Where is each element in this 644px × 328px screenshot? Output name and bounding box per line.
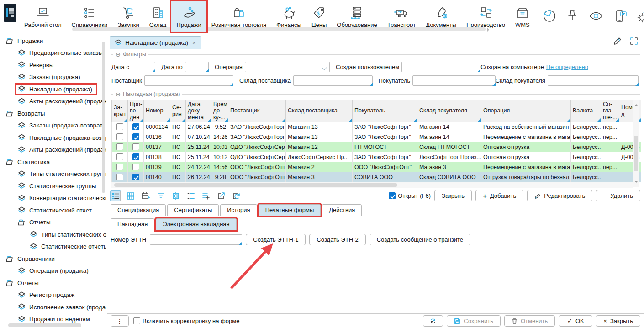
- cell-agreement[interactable]: [601, 152, 619, 162]
- posted-checkbox[interactable]: [132, 143, 139, 150]
- open-external-icon[interactable]: [216, 191, 226, 201]
- tree-item-12[interactable]: Статистические группы: [0, 180, 106, 192]
- tree-item-3[interactable]: Заказы (продажа): [0, 71, 106, 84]
- phone-message-icon[interactable]: [613, 9, 628, 23]
- col-currency[interactable]: Валюта: [571, 100, 601, 122]
- tree-item-7[interactable]: Заказы (продажа-возврат): [0, 120, 106, 132]
- cell-buyer_wh[interactable]: Магазин 3: [417, 162, 481, 172]
- nav-scrollbar[interactable]: [72, 27, 486, 31]
- tree-item-8[interactable]: Накладные (продажа-возврат): [0, 132, 106, 144]
- numbered-list-icon[interactable]: [186, 191, 196, 201]
- more-menu-button[interactable]: ⋮: [111, 315, 129, 327]
- cell-operation[interactable]: Перемещение с магазина в мага...: [481, 162, 571, 172]
- cell-buyer[interactable]: СОВИТА ООО: [353, 172, 417, 182]
- cell-supplier[interactable]: ЗАО "ЛюксСофтТорг": [228, 122, 286, 132]
- cell-date[interactable]: 27.06.24: [186, 122, 211, 132]
- refresh-button[interactable]: [423, 315, 443, 327]
- open-checkbox[interactable]: [389, 192, 396, 199]
- cell-buyer_wh[interactable]: Магазин 14: [417, 132, 481, 142]
- tree-folder-20[interactable]: Отчеты: [0, 277, 106, 289]
- delete-button[interactable]: −Удалить: [596, 190, 640, 201]
- cell-buyer_wh[interactable]: Магазин 14: [417, 122, 481, 132]
- created-by-input[interactable]: [401, 62, 480, 72]
- tree-folder-18[interactable]: Справочники: [0, 253, 106, 265]
- cell-time[interactable]: 14:56: [211, 162, 228, 172]
- edit-button[interactable]: Редактировать: [527, 190, 592, 201]
- tab-print-forms[interactable]: Печатные формы: [259, 204, 321, 216]
- cell-operation[interactable]: Расход на собственный магазин: [481, 122, 571, 132]
- cell-series[interactable]: ПС: [170, 172, 186, 182]
- tree-folder-10[interactable]: Статистика: [0, 156, 106, 168]
- add-button[interactable]: +Добавить: [475, 190, 523, 201]
- cell-supplier[interactable]: ООО "ЛюксСофтОпт": [228, 162, 286, 172]
- col-closed[interactable]: За- крыт: [112, 100, 128, 122]
- cell-operation[interactable]: Оптовая отгрузка: [481, 152, 571, 162]
- tree-item-1[interactable]: Предварительные заказы: [0, 47, 106, 59]
- cell-buyer[interactable]: ЗАО "ЛюксСофтТорг": [353, 122, 417, 132]
- closed-checkbox[interactable]: [116, 164, 123, 170]
- cell-operation[interactable]: Перемещение с магазина в мага...: [481, 132, 571, 142]
- cell-number[interactable]: 00137: [144, 142, 170, 152]
- grid-view-icon[interactable]: [126, 191, 136, 201]
- create-transit-message-button[interactable]: Создать сообщение о транзите: [370, 234, 470, 245]
- tab-close-icon[interactable]: ×: [192, 39, 196, 46]
- posted-checkbox[interactable]: [132, 123, 139, 130]
- eye-icon[interactable]: [588, 9, 604, 23]
- tab-history[interactable]: История: [220, 204, 257, 216]
- cell-time[interactable]: 10:12: [211, 152, 228, 162]
- cell-supplier_wh[interactable]: Магазин 12: [286, 142, 353, 152]
- cell-supplier[interactable]: ОДО "ЛюксСофтСерв...: [228, 152, 286, 162]
- cancel-button[interactable]: Отменить: [504, 315, 555, 327]
- closed-checkbox[interactable]: [116, 174, 123, 180]
- cell-operation[interactable]: Отгрузка товара/тары по безнал...: [481, 172, 571, 182]
- col-buyer-warehouse[interactable]: Склад покупателя: [417, 100, 481, 122]
- cell-buyer[interactable]: ЗАО "ЛюксСофтТорг": [353, 152, 417, 162]
- table-row[interactable]: 00140ПС26.12.249:28ООО "ЛюксСофтОпт"Мага…: [112, 172, 641, 182]
- pin-icon[interactable]: [565, 9, 579, 23]
- posted-checkbox[interactable]: [132, 164, 139, 170]
- cell-agreement[interactable]: [601, 172, 619, 182]
- date-from-input[interactable]: [132, 62, 155, 72]
- cell-supplier[interactable]: ООО "ЛюксСофтОпт": [228, 172, 286, 182]
- ok-button[interactable]: ✓OK: [559, 315, 592, 327]
- nav-item-wms[interactable]: WMS: [510, 1, 535, 32]
- cell-series[interactable]: ПС: [170, 152, 186, 162]
- cell-supplier_wh[interactable]: ЛюксСофтСервис Пр...: [286, 152, 353, 162]
- col-agreement[interactable]: Со- гла- ше-...: [601, 100, 619, 122]
- settings-gear-icon[interactable]: [171, 191, 181, 201]
- col-posted[interactable]: Про- ве- ден: [128, 100, 144, 122]
- buyer-warehouse-input[interactable]: [548, 75, 639, 86]
- collapse-icon[interactable]: ⊖: [116, 91, 121, 98]
- cell-buyer_wh[interactable]: Склад СОВИТА ООО: [417, 172, 481, 182]
- cell-currency[interactable]: Белорусс...: [571, 132, 601, 142]
- tab-invoices-sales[interactable]: Накладные (продажа) ×: [110, 36, 201, 49]
- supplier-warehouse-input[interactable]: [293, 75, 373, 86]
- cell-supplier_wh[interactable]: Магазин 3: [286, 172, 353, 182]
- col-date[interactable]: Дата доку- мента: [186, 100, 211, 122]
- tab-specification[interactable]: Спецификация: [111, 204, 166, 216]
- posted-checkbox[interactable]: [132, 133, 139, 140]
- cell-supplier[interactable]: ОДО "ЛюксСофтСерв...: [228, 142, 286, 152]
- save-button[interactable]: Сохранить: [447, 315, 501, 327]
- table-row[interactable]: 00139ПС24.12.2414:56ООО "ЛюксСофтОпт"Маг…: [112, 162, 641, 172]
- cell-number[interactable]: 00138: [144, 152, 170, 162]
- cell-number[interactable]: 00140: [144, 172, 170, 182]
- tab-actions[interactable]: Действия: [322, 204, 362, 216]
- correction-checkbox[interactable]: [133, 317, 140, 324]
- cell-number[interactable]: 00136: [144, 132, 170, 142]
- tree-item-14[interactable]: Статистический отчет: [0, 204, 106, 217]
- table-row[interactable]: 00138ПС25.11.2410:12ОДО "ЛюксСофтСерв...…: [112, 152, 641, 162]
- close-record-button[interactable]: Закрыть: [434, 190, 472, 201]
- cell-agreement[interactable]: [601, 142, 619, 152]
- calendar-icon[interactable]: [141, 191, 151, 201]
- operation-select[interactable]: [245, 62, 330, 72]
- date-to-input[interactable]: [185, 62, 209, 72]
- table-row[interactable]: 00136ПС07.10.2414:26ЗАО "ЛюксСофтТорг"Ма…: [112, 132, 641, 142]
- cell-time[interactable]: 10:03: [211, 142, 228, 152]
- cell-series[interactable]: ПС: [170, 142, 186, 152]
- cell-buyer[interactable]: ООО "ЛюксСофтОпт": [353, 162, 417, 172]
- tree-folder-6[interactable]: Возвраты: [0, 107, 106, 120]
- cell-buyer_wh[interactable]: Склад ГП МОГОСТ: [417, 142, 481, 152]
- nav-item-sales[interactable]: Продажи: [171, 1, 206, 32]
- reload-icon[interactable]: [231, 191, 241, 201]
